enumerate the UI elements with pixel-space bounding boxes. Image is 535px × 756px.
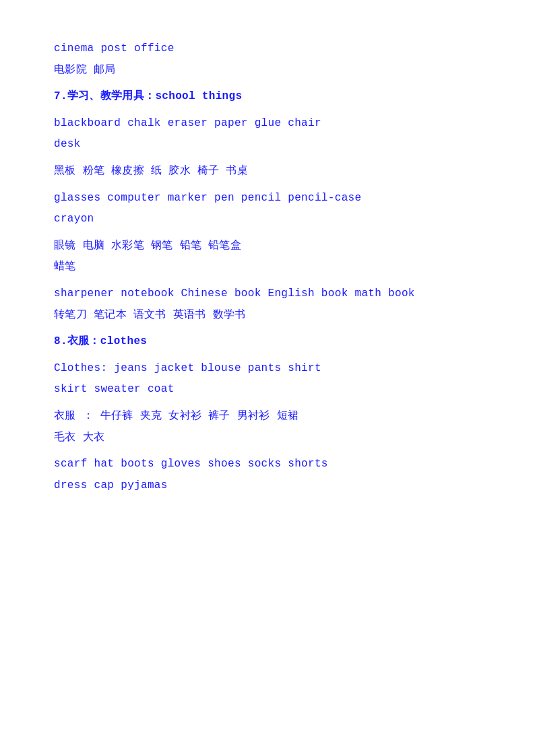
line-section7-heading: 7.学习、教学用具：school things [54, 88, 481, 106]
line-clothes-2-cn: 毛衣 大衣 [54, 429, 481, 447]
line-school-things-2-cn: 眼镜 电脑 水彩笔 钢笔 铅笔 铅笔盒 [54, 238, 481, 255]
line-school-things-1: blackboard chalk eraser paper glue chair [54, 115, 481, 133]
line-clothes-1: Clothes: jeans jacket blouse pants shirt [54, 360, 481, 378]
line-cinema-post-office: cinema post office [54, 40, 481, 58]
line-crayon-cn: 蜡笔 [54, 259, 481, 276]
line-crayon: crayon [54, 211, 481, 228]
line-school-things-2: glasses computer marker pen pencil penci… [54, 190, 481, 207]
line-clothes-2: skirt sweater coat [54, 381, 481, 399]
line-cinema-chinese: 电影院 邮局 [54, 62, 481, 79]
line-school-things-3-cn: 转笔刀 笔记本 语文书 英语书 数学书 [54, 307, 481, 324]
line-clothes-1-cn: 衣服 ： 牛仔裤 夹克 女衬衫 裤子 男衬衫 短裙 [54, 408, 481, 425]
line-school-things-1-cn: 黑板 粉笔 橡皮擦 纸 胶水 椅子 书桌 [54, 163, 481, 180]
line-clothes-4: dress cap pyjamas [54, 477, 481, 495]
content-area: cinema post office 电影院 邮局 7.学习、教学用具：scho… [54, 40, 481, 494]
line-clothes-3: scarf hat boots gloves shoes socks short… [54, 456, 481, 473]
line-section8-heading: 8.衣服：clothes [54, 333, 481, 351]
line-school-things-3: sharpener notebook Chinese book English … [54, 285, 481, 303]
line-desk: desk [54, 136, 481, 153]
